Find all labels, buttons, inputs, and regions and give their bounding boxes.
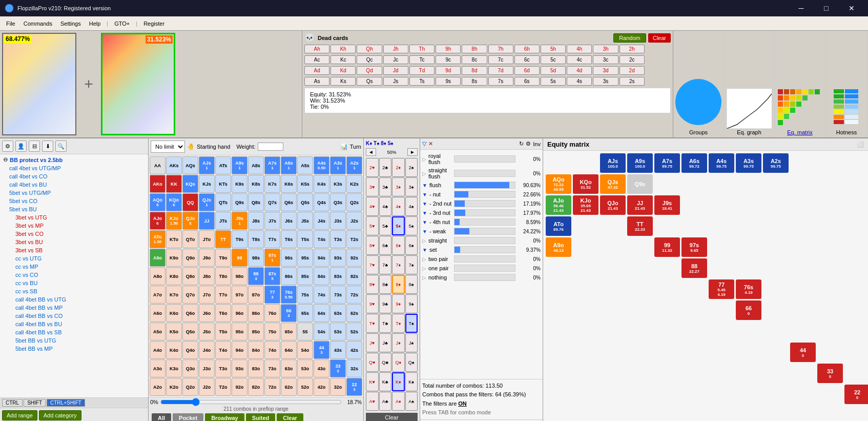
user-icon[interactable]: 👤 [15,141,27,152]
hand-cell-66[interactable]: 663 [281,304,297,322]
tree-item-2[interactable]: call 4bet vs BU [1,181,147,189]
hand-cell-76o[interactable]: 76o [264,304,280,322]
expand-icon[interactable]: ⬜ [857,141,864,148]
em-cell-A7s[interactable]: A7s99.75 [654,153,680,173]
turn-card-2s[interactable]: 2♠ [405,158,418,177]
hand-cell-K5s[interactable]: K5s [297,175,313,193]
hand-cell-A3s[interactable]: A3s1 [330,156,346,174]
hand-cell-J3o[interactable]: J3o [199,359,215,377]
turn-card-2c[interactable]: 2♣ [379,158,392,177]
hand-cell-A2s[interactable]: A2s1 [346,156,362,174]
hand-cell-84s[interactable]: 84s [314,267,329,285]
tree-item-18[interactable]: call 4bet BB vs MP [1,304,147,312]
turn-card-4c[interactable]: 4♣ [379,197,392,216]
dead-card-5h[interactable]: 5h [541,45,566,53]
tree-item-21[interactable]: call 4bet BB vs SB [1,328,147,336]
hand-cell-A4s[interactable]: A4s0.50 [314,156,329,174]
hand-cell-86s[interactable]: 86s [281,267,297,285]
em-cell-22[interactable]: 220 [844,385,868,404]
em-cell-77[interactable]: 775.454.19 [709,279,734,299]
tree-item-11[interactable]: 3bet vs SB [1,246,147,254]
filter-arrow-7[interactable]: ▼ [422,229,427,234]
menu-help[interactable]: Help [85,18,105,29]
turn-card-5d[interactable]: 5♦ [392,216,405,235]
dead-card-Ad[interactable]: Ad [304,66,329,75]
hand-cell-KQs[interactable]: KQs [182,175,198,193]
dead-card-9c[interactable]: 9c [436,55,461,64]
dead-card-Td[interactable]: Td [409,66,435,75]
turn-card-Js[interactable]: J♠ [405,333,418,352]
hand-cell-Q5o[interactable]: Q5o [182,323,198,340]
close-button[interactable]: ✕ [840,0,863,16]
filter-bar-1[interactable] [454,170,515,177]
dead-card-As[interactable]: As [304,77,329,86]
hand-cell-Q3s[interactable]: Q3s [330,193,346,211]
hand-cell-KJs[interactable]: KJs [199,175,215,193]
hand-cell-64s[interactable]: 64s [314,304,329,322]
hand-cell-T9o[interactable]: T9o [215,249,231,267]
limit-dropdown[interactable]: No limit [151,141,185,153]
turn-card-7s[interactable]: 7♠ [405,255,418,274]
em-cell-A3s[interactable]: A3s99.75 [736,153,761,173]
hand-cell-85s[interactable]: 85s [297,267,313,285]
hand-cell-J6s[interactable]: J6s [281,212,297,230]
suited-button[interactable]: Suited [246,413,276,421]
hand-cell-44[interactable]: 443 [314,341,329,359]
hand-cell-AKs[interactable]: AKs [166,156,182,174]
hand-cell-J5o[interactable]: J5o [199,323,215,340]
em-cell-A2s[interactable]: A2s99.75 [763,153,789,173]
filter-arrow-2[interactable]: ▼ [422,183,427,188]
em-cell-AJs[interactable]: AJs100.0 [600,153,626,173]
hand-cell-97o[interactable]: 97o [232,286,247,304]
pocket-button[interactable]: Pocket [173,413,203,421]
menu-gto[interactable]: GTO+ [110,18,134,29]
turn-card-8c[interactable]: 8♣ [379,275,392,294]
hand-cell-QTs[interactable]: QTs [215,193,231,211]
filter-bar-11[interactable] [454,265,515,272]
turn-card-9h[interactable]: 9♥ [366,294,379,313]
tree-item-7[interactable]: 3bet vs UTG [1,213,147,222]
hand-cell-43o[interactable]: 43o [314,359,329,377]
turn-card-8d[interactable]: 8♦ [392,275,405,294]
hand-cell-86o[interactable]: 86o [248,304,264,322]
hand-cell-K4o[interactable]: K4o [166,341,182,359]
dead-cards-random-button[interactable]: Random [613,33,646,43]
hand-cell-62s[interactable]: 62s [346,304,362,322]
hand-cell-93o[interactable]: 93o [232,359,247,377]
menu-file[interactable]: File [2,18,19,29]
dead-card-Th[interactable]: Th [409,45,435,53]
filter-bar-6[interactable] [454,218,515,226]
hand-cell-ATs[interactable]: ATs [215,156,231,174]
filter-bar-9[interactable] [454,246,515,253]
dead-card-6h[interactable]: 6h [514,45,540,53]
maximize-button[interactable]: □ [815,0,838,16]
hand-cell-33[interactable]: 333 [330,359,346,377]
hand-cell-J6o[interactable]: J6o [199,304,215,322]
turn-card-3c[interactable]: 3♣ [379,177,392,196]
em-cell-J9s[interactable]: J9s18.41 [654,195,680,215]
hand-cell-Q9o[interactable]: Q9o [182,249,198,267]
dead-card-Qs[interactable]: Qs [357,77,382,86]
hand-cell-KQo[interactable]: KQo6 [166,193,182,211]
filter-arrow-12[interactable]: ▷ [422,275,426,280]
eq-matrix-label[interactable]: Eq. matrix [787,129,813,135]
hand-cell-K9s[interactable]: K9s [232,175,247,193]
groups-panel[interactable]: Groups [673,31,724,137]
dead-card-3s[interactable]: 3s [593,77,618,86]
dead-card-5d[interactable]: 5d [541,66,566,75]
tree-item-9[interactable]: 3bet vs CO [1,230,147,238]
hand-cell-22[interactable]: 223 [346,378,362,396]
turn-card-8s[interactable]: 8♠ [405,275,418,294]
dead-card-2h[interactable]: 2h [619,45,645,53]
hand-cell-J8o[interactable]: J8o [199,267,215,285]
dead-card-2s[interactable]: 2s [619,77,645,86]
hand-cell-63o[interactable]: 63o [281,359,297,377]
hand-cell-93s[interactable]: 93s [330,249,346,267]
settings-icon[interactable]: ⚙ [2,141,13,152]
hand-cell-J9o[interactable]: J9o [199,249,215,267]
filter-arrow-11[interactable]: ▷ [422,266,426,271]
hand-cell-Q7o[interactable]: Q7o [182,286,198,304]
eq-graph-panel[interactable]: Eq. graph [724,31,775,137]
hand-cell-A9o[interactable]: A9o [150,249,166,267]
turn-card-Ts[interactable]: T♠ [405,314,418,333]
